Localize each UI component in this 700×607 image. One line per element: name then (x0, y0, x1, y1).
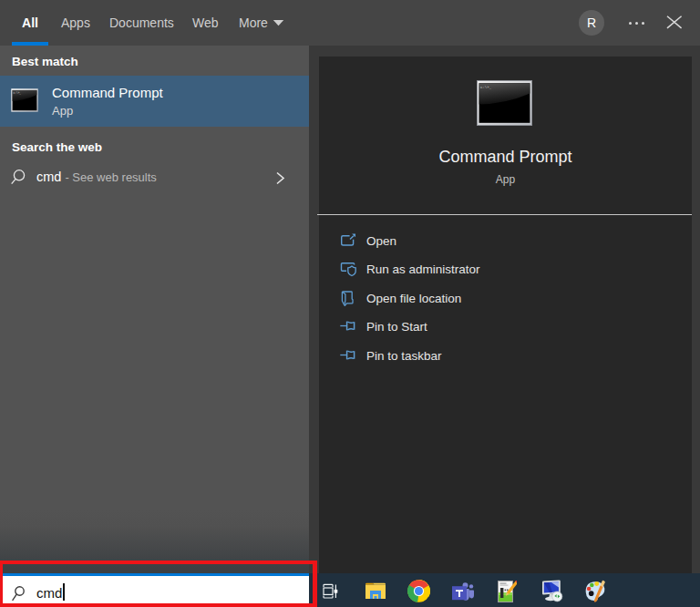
svg-text:C:\»_: C:\»_ (14, 91, 22, 95)
svg-text:C:\»_: C:\»_ (480, 86, 492, 89)
